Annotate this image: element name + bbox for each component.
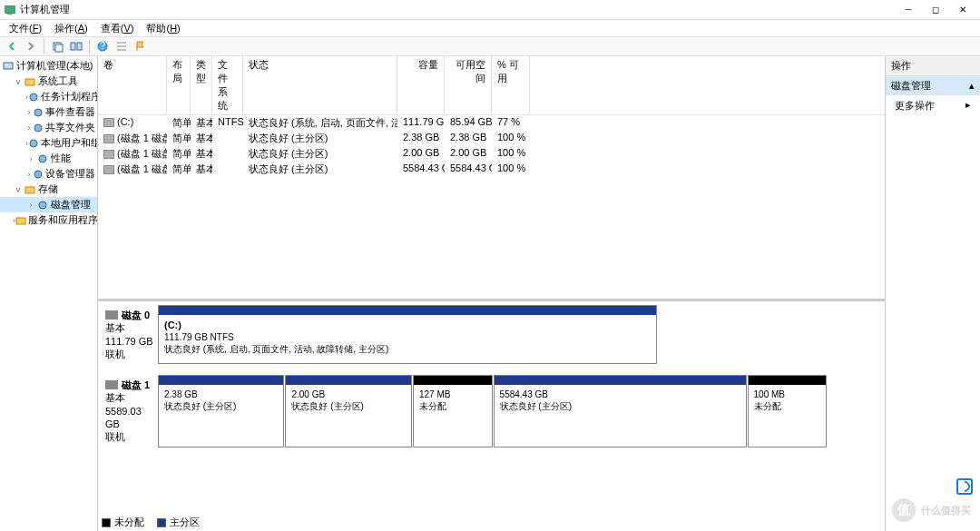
menu-file[interactable]: 文件(F) (4, 20, 47, 37)
menu-action[interactable]: 操作(A) (49, 20, 93, 37)
partition[interactable]: 2.38 GB状态良好 (主分区) (158, 375, 284, 447)
volume-list-header: 卷 布局 类型 文件系统 状态 容量 可用空间 % 可用 (98, 56, 885, 115)
svg-text:?: ? (100, 40, 105, 51)
svg-point-11 (34, 109, 42, 116)
col-status[interactable]: 状态 (243, 56, 397, 114)
partition[interactable]: 100 MB未分配 (748, 375, 828, 447)
svg-point-15 (34, 171, 42, 178)
volume-row[interactable]: (C:) 简单 基本 NTFS 状态良好 (系统, 启动, 页面文件, 活动, … (98, 115, 885, 131)
col-layout[interactable]: 布局 (167, 56, 191, 114)
tree-group[interactable]: v系统工具 (0, 74, 97, 89)
tree-item[interactable]: ›性能 (0, 151, 97, 166)
legend-unallocated-swatch (102, 518, 111, 527)
disk-info[interactable]: 磁盘 1基本5589.03 GB联机 (102, 375, 158, 447)
disk-row: 磁盘 1基本5589.03 GB联机2.38 GB状态良好 (主分区)2.00 … (102, 375, 881, 447)
volume-row[interactable]: (磁盘 1 磁盘分区 1) 简单 基本 状态良好 (主分区) 2.38 GB 2… (98, 131, 885, 146)
svg-point-10 (30, 93, 37, 101)
partition[interactable]: 127 MB未分配 (413, 375, 493, 447)
svg-point-17 (39, 202, 46, 209)
teamviewer-icon[interactable] (956, 478, 973, 495)
svg-rect-3 (55, 44, 63, 52)
titlebar: 计算机管理 ─ ◻ ✕ (0, 0, 980, 20)
tree-group[interactable]: ›服务和应用程序 (0, 212, 97, 228)
partition[interactable]: (C:)111.79 GB NTFS状态良好 (系统, 启动, 页面文件, 活动… (158, 305, 657, 364)
menubar: 文件(F) 操作(A) 查看(V) 帮助(H) (0, 20, 980, 36)
app-icon (4, 4, 16, 16)
volume-list: 卷 布局 类型 文件系统 状态 容量 可用空间 % 可用 (C:) 简单 基本 … (98, 56, 885, 301)
flag-icon[interactable] (132, 38, 149, 54)
col-volume[interactable]: 卷 (98, 56, 167, 114)
tree-root[interactable]: 计算机管理(本地) (0, 58, 97, 74)
col-free[interactable]: 可用空间 (445, 56, 492, 114)
toolbar: ? (0, 36, 980, 56)
up-button[interactable] (49, 38, 65, 54)
computer-icon (2, 60, 15, 73)
tree-item[interactable]: ›磁盘管理 (0, 197, 97, 212)
volume-row[interactable]: (磁盘 1 磁盘分区 2) 简单 基本 状态良好 (主分区) 2.00 GB 2… (98, 146, 885, 162)
tree-item[interactable]: ›设备管理器 (0, 166, 97, 182)
svg-rect-18 (16, 218, 25, 224)
actions-header: 操作 (886, 56, 980, 76)
svg-rect-8 (4, 63, 13, 69)
svg-point-12 (34, 124, 42, 132)
legend-primary-swatch (157, 518, 166, 527)
svg-rect-1 (7, 14, 12, 15)
partition[interactable]: 2.00 GB状态良好 (主分区) (285, 375, 411, 447)
tree-item[interactable]: ›本地用户和组 (0, 135, 97, 151)
tree-item[interactable]: ›共享文件夹 (0, 120, 97, 135)
tree-item[interactable]: ›事件查看器 (0, 104, 97, 120)
col-percent[interactable]: % 可用 (492, 56, 530, 114)
tree-panel: 计算机管理(本地) v系统工具›任务计划程序›事件查看器›共享文件夹›本地用户和… (0, 56, 98, 531)
svg-rect-16 (25, 187, 34, 193)
forward-button[interactable] (23, 38, 39, 54)
list-icon[interactable] (113, 38, 130, 54)
menu-view[interactable]: 查看(V) (95, 20, 140, 37)
actions-panel: 操作 磁盘管理▴ 更多操作▸ (886, 56, 980, 531)
disk-panel: 磁盘 0基本111.79 GB联机(C:)111.79 GB NTFS状态良好 … (98, 301, 885, 531)
col-capacity[interactable]: 容量 (397, 56, 445, 114)
maximize-button[interactable]: ◻ (922, 1, 949, 19)
col-filesystem[interactable]: 文件系统 (212, 56, 243, 114)
volume-row[interactable]: (磁盘 1 磁盘分区 3) 简单 基本 状态良好 (主分区) 5584.43 G… (98, 162, 885, 177)
collapse-icon: ▴ (969, 80, 975, 92)
close-button[interactable]: ✕ (949, 1, 976, 19)
center-panel: 卷 布局 类型 文件系统 状态 容量 可用空间 % 可用 (C:) 简单 基本 … (98, 56, 886, 531)
help-icon[interactable]: ? (94, 38, 111, 54)
watermark: 值 什么值得买 (892, 498, 971, 522)
refresh-icon[interactable] (68, 38, 84, 54)
window-title: 计算机管理 (20, 3, 895, 16)
svg-rect-9 (25, 79, 34, 85)
tree-item[interactable]: ›任务计划程序 (0, 89, 97, 104)
back-button[interactable] (4, 38, 20, 54)
legend: 未分配 主分区 (102, 516, 200, 529)
svg-point-14 (39, 155, 46, 162)
svg-rect-4 (71, 43, 75, 50)
tree-group[interactable]: v存储 (0, 182, 97, 197)
actions-category[interactable]: 磁盘管理▴ (886, 76, 980, 95)
svg-rect-5 (77, 43, 82, 50)
partition[interactable]: 5584.43 GB状态良好 (主分区) (494, 375, 747, 447)
chevron-right-icon: ▸ (965, 99, 971, 113)
menu-help[interactable]: 帮助(H) (141, 20, 185, 37)
disk-info[interactable]: 磁盘 0基本111.79 GB联机 (102, 305, 158, 364)
svg-point-13 (30, 140, 37, 147)
svg-rect-0 (5, 5, 15, 13)
actions-more[interactable]: 更多操作▸ (886, 95, 980, 116)
col-type[interactable]: 类型 (191, 56, 212, 114)
disk-row: 磁盘 0基本111.79 GB联机(C:)111.79 GB NTFS状态良好 … (102, 305, 881, 364)
minimize-button[interactable]: ─ (895, 1, 922, 19)
